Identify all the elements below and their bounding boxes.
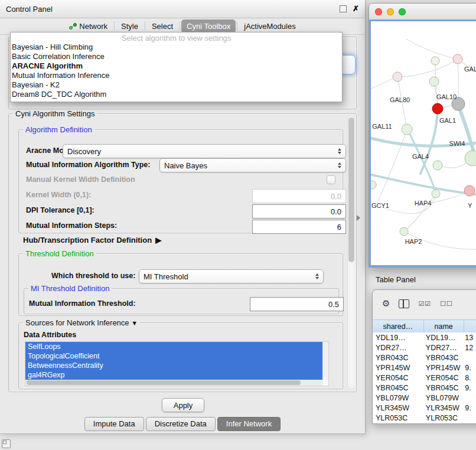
combo-stepper-icon	[338, 162, 341, 168]
cell: YLR345W	[373, 404, 423, 412]
mi-threshold-group: MI Threshold Definition Mutual Informati…	[24, 288, 339, 314]
table-row[interactable]: YDR27… YDR27… 12	[373, 343, 476, 353]
cell: 9.	[462, 384, 476, 392]
zoom-button[interactable]	[399, 8, 406, 15]
list-item[interactable]: BetweennessCentrality	[25, 361, 323, 370]
mi-threshold-field[interactable]: 0.5	[250, 297, 344, 311]
tab-network[interactable]: Network	[64, 19, 113, 33]
network-node[interactable]	[464, 185, 475, 196]
cell: YPR145W	[423, 364, 462, 372]
list-item[interactable]: TopologicalCoefficient	[25, 351, 323, 361]
scrollbar-thumb[interactable]	[27, 380, 301, 385]
cell: 9.	[462, 404, 476, 412]
tab-divider	[237, 22, 237, 30]
collapsed-panel-icon[interactable]	[2, 439, 11, 448]
cyni-bottom-tabs: Impute Data Discretize Data Infer Networ…	[0, 417, 365, 431]
tab-cyni-toolbox[interactable]: Cyni Toolbox	[181, 19, 236, 33]
table-row[interactable]: YBL079W YBL079W	[373, 393, 476, 403]
cell: YDR27…	[373, 344, 423, 352]
node-label: GAL11	[372, 123, 392, 130]
combo-value: Discovery	[67, 147, 101, 156]
list-vertical-scrollbar[interactable]	[322, 342, 328, 380]
column-header[interactable]: shared…	[373, 320, 424, 333]
network-node[interactable]	[429, 77, 439, 86]
group-title: Algorithm Definition	[23, 125, 94, 134]
cell: 13	[462, 334, 476, 342]
minimize-button[interactable]	[387, 8, 394, 15]
network-canvas[interactable]: GAL80 GAL10 GAL11 GAL1 SWI4 GAL4 GCY1 HA…	[369, 19, 476, 267]
which-threshold-label: Which threshold to use:	[51, 272, 135, 281]
table-row[interactable]: YPR145W YPR145W 9.	[373, 363, 476, 373]
network-node[interactable]	[431, 57, 439, 65]
table-window: ⚙ ☑☑ ☐☐ shared… name YDL19… YDL19… 13 YD…	[372, 289, 476, 424]
aracne-mode-combo[interactable]: Discovery	[63, 144, 346, 158]
mi-steps-field[interactable]: 6	[252, 220, 346, 234]
algorithm-definition-group: Algorithm Definition Aracne Mode: Discov…	[18, 129, 343, 233]
column-header[interactable]: name	[424, 320, 464, 333]
network-node-red[interactable]	[432, 103, 443, 114]
dropdown-item-selected[interactable]: ARACNE Algorithm	[11, 61, 342, 71]
dropdown-item[interactable]: Bayesian - Hill Climbing	[11, 43, 342, 52]
list-item[interactable]: gal4RGexp	[25, 370, 323, 380]
cell: YBR045C	[373, 384, 423, 392]
dropdown-item[interactable]: Mutual Information Inference	[11, 71, 342, 80]
tab-select[interactable]: Select	[146, 19, 178, 33]
table-row[interactable]: YER054C YER054C 8.	[373, 373, 476, 383]
kernel-width-field[interactable]: 0.0	[252, 189, 346, 203]
settings-scrollbar[interactable]	[347, 116, 355, 388]
network-node[interactable]	[432, 190, 440, 198]
node-label: GAL80	[390, 96, 410, 103]
list-item[interactable]: SelfLoops	[25, 342, 323, 351]
table-row[interactable]: YLR053C YLR053C	[373, 413, 476, 423]
table-row[interactable]: YDL19… YDL19… 13	[373, 332, 476, 343]
dropdown-item[interactable]: Bayesian - K2	[11, 80, 342, 90]
table-row[interactable]: YBR043C YBR043C	[373, 353, 476, 363]
which-threshold-combo[interactable]: MI Threshold	[139, 269, 324, 283]
cell: YLR053C	[373, 414, 423, 422]
apply-button[interactable]: Apply	[162, 398, 204, 412]
manual-kernel-checkbox[interactable]	[327, 175, 335, 184]
select-none-unchecked-icon[interactable]: ☐☐	[440, 300, 453, 308]
gear-icon[interactable]: ⚙	[382, 298, 390, 309]
hub-expander[interactable]: Hub/Transcription Factor Definition▶	[23, 236, 161, 244]
list-horizontal-scrollbar[interactable]	[25, 380, 323, 386]
tab-divider	[114, 22, 115, 30]
cell: YPR145W	[373, 364, 423, 372]
tab-jactivemodules[interactable]: jActiveModules	[239, 19, 301, 33]
network-node[interactable]	[393, 72, 402, 81]
dropdown-item[interactable]: Dream8 DC_TDC Algorithm	[11, 90, 342, 99]
close-button[interactable]	[375, 8, 382, 15]
bottom-tab-discretize-data[interactable]: Discretize Data	[146, 417, 216, 431]
mi-type-combo[interactable]: Naive Bayes	[159, 158, 346, 172]
combo-value: MI Threshold	[144, 272, 188, 281]
bottom-tab-infer-network[interactable]: Infer Network	[217, 417, 281, 431]
node-label: GAL10	[436, 93, 457, 100]
scrollbar-thumb[interactable]	[348, 118, 354, 262]
sources-expander[interactable]: Sources for Network Inference ▼	[23, 318, 140, 328]
group-title: Cyni Algorithm Settings	[13, 109, 97, 118]
bottom-tab-impute-data[interactable]: Impute Data	[84, 417, 144, 431]
network-node[interactable]	[433, 161, 442, 170]
expand-arrow-icon: ▶	[155, 236, 161, 244]
table-row[interactable]: YBR045C YBR045C 9.	[373, 383, 476, 393]
network-node[interactable]	[402, 124, 412, 135]
select-all-checked-icon[interactable]: ☑☑	[418, 300, 431, 308]
data-attributes-list[interactable]: SelfLoops TopologicalCoefficient Between…	[25, 341, 329, 386]
network-node[interactable]	[453, 54, 462, 64]
dropdown-item[interactable]: Basic Correlation Inference	[11, 52, 342, 61]
group-title: Threshold Definition	[23, 249, 96, 258]
network-node[interactable]	[371, 181, 376, 189]
column-header[interactable]	[464, 320, 476, 333]
combo-stepper-icon	[338, 148, 341, 154]
network-node[interactable]	[465, 151, 476, 166]
tab-style[interactable]: Style	[116, 19, 144, 33]
close-icon[interactable]: ✗	[353, 6, 359, 12]
network-node[interactable]	[400, 227, 408, 236]
float-window-icon[interactable]	[340, 5, 347, 12]
cyni-algorithm-settings-group: Cyni Algorithm Settings Algorithm Defini…	[8, 113, 357, 392]
table-row[interactable]: YLR345W YLR345W 9.	[373, 403, 476, 413]
node-label: SWI4	[449, 140, 465, 147]
panel-divider-arrow-icon[interactable]	[357, 215, 360, 221]
dpi-tolerance-field[interactable]: 0.0	[252, 204, 346, 219]
column-icon[interactable]	[399, 299, 409, 308]
